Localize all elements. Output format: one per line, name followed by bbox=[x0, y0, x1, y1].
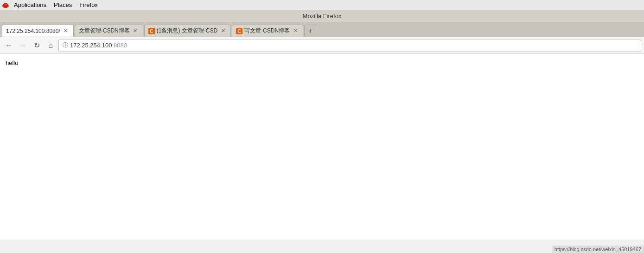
reload-button[interactable]: ↻ bbox=[31, 39, 43, 52]
tab-2-close[interactable]: ✕ bbox=[132, 27, 139, 35]
url-port: :8080 bbox=[112, 42, 127, 49]
tab-4[interactable]: C 写文章-CSDN博客 ✕ bbox=[232, 25, 303, 37]
tab-2[interactable]: 文章管理-CSDN博客 ✕ bbox=[75, 25, 143, 37]
tab-4-label: 写文章-CSDN博客 bbox=[244, 27, 290, 35]
security-icon: ⓘ bbox=[63, 41, 68, 49]
tab-2-label: 文章管理-CSDN博客 bbox=[79, 27, 130, 35]
url-display: 172.25.254.100:8080 bbox=[70, 42, 127, 49]
firefox-menu[interactable]: Firefox bbox=[77, 0, 101, 10]
firefox-titlebar: Mozilla Firefox bbox=[0, 10, 644, 22]
new-tab-button[interactable]: + bbox=[304, 25, 316, 37]
tab-3[interactable]: C (1条消息) 文章管理-CSD ✕ bbox=[144, 25, 231, 37]
applications-menu[interactable]: Applications bbox=[11, 0, 49, 10]
url-main: 172.25.254.100 bbox=[70, 42, 112, 49]
places-menu[interactable]: Places bbox=[51, 0, 75, 10]
fedora-icon bbox=[2, 1, 9, 9]
home-button[interactable]: ⌂ bbox=[45, 39, 57, 52]
tab-3-close[interactable]: ✕ bbox=[219, 27, 227, 35]
tab-bar: 172.25.254.100:8080/ ✕ 文章管理-CSDN博客 ✕ C (… bbox=[0, 22, 644, 37]
back-button[interactable]: ← bbox=[3, 39, 15, 52]
forward-button[interactable]: → bbox=[17, 39, 29, 52]
system-menubar: Applications Places Firefox bbox=[0, 0, 644, 10]
tab-1-label: 172.25.254.100:8080/ bbox=[6, 28, 60, 34]
firefox-title: Mozilla Firefox bbox=[303, 13, 342, 19]
address-bar[interactable]: ⓘ 172.25.254.100:8080 bbox=[58, 39, 641, 52]
tab-4-close[interactable]: ✕ bbox=[292, 27, 299, 35]
tab-1[interactable]: 172.25.254.100:8080/ ✕ bbox=[2, 25, 74, 37]
page-hello: hello bbox=[6, 59, 18, 66]
tab-3-favicon: C bbox=[148, 28, 155, 34]
navbar: ← → ↻ ⌂ ⓘ 172.25.254.100:8080 bbox=[0, 37, 644, 54]
tab-4-favicon: C bbox=[236, 28, 242, 34]
tab-1-close[interactable]: ✕ bbox=[62, 27, 70, 35]
tab-3-label: (1条消息) 文章管理-CSD bbox=[157, 27, 217, 35]
page-content: hello bbox=[0, 54, 644, 240]
